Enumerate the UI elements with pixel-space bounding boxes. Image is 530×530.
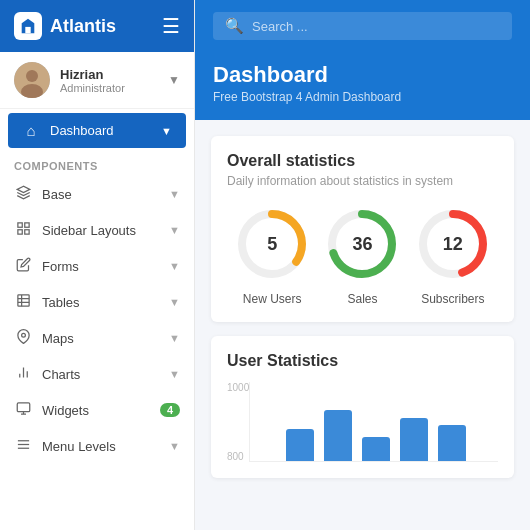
edit-icon [14, 257, 32, 275]
svg-rect-6 [24, 223, 28, 227]
main-content: 🔍 Dashboard Free Bootstrap 4 Admin Dashb… [195, 0, 530, 530]
svg-marker-4 [17, 186, 30, 192]
search-input[interactable] [252, 19, 500, 34]
nav-item-charts[interactable]: Charts ▼ [0, 356, 194, 392]
svg-rect-0 [25, 27, 30, 33]
brand-name: Atlantis [50, 16, 116, 37]
stat-value-subscribers: 12 [443, 234, 463, 255]
user-stats-card: User Statistics 1000 800 [211, 336, 514, 478]
nav-chevron-base: ▼ [169, 188, 180, 200]
nav-label-charts: Charts [42, 367, 159, 382]
grid-icon [14, 221, 32, 239]
stat-label-subscribers: Subscribers [421, 292, 484, 306]
nav-item-dashboard[interactable]: ⌂ Dashboard ▼ [8, 113, 186, 148]
content-area: Overall statistics Daily information abo… [195, 120, 530, 530]
nav-label-dashboard: Dashboard [50, 123, 151, 138]
nav-label-base: Base [42, 187, 159, 202]
bar-chart-icon [14, 365, 32, 383]
menu-icon [14, 437, 32, 455]
search-icon: 🔍 [225, 17, 244, 35]
nav-item-maps[interactable]: Maps ▼ [0, 320, 194, 356]
nav-chevron-menu-levels: ▼ [169, 440, 180, 452]
nav-label-forms: Forms [42, 259, 159, 274]
overall-stats-card: Overall statistics Daily information abo… [211, 136, 514, 322]
nav-item-tables[interactable]: Tables ▼ [0, 284, 194, 320]
nav-item-menu-levels[interactable]: Menu Levels ▼ [0, 428, 194, 464]
nav-label-widgets: Widgets [42, 403, 150, 418]
components-section-label: COMPONENTS [0, 152, 194, 176]
stat-label-new-users: New Users [243, 292, 302, 306]
bar-1 [286, 429, 314, 461]
nav-chevron-sidebar-layouts: ▼ [169, 224, 180, 236]
stats-row: 5 New Users 36 Sales [227, 204, 498, 306]
svg-rect-5 [17, 223, 21, 227]
avatar [14, 62, 50, 98]
donut-new-users: 5 [232, 204, 312, 284]
y-label-1000: 1000 [227, 382, 249, 393]
nav-item-forms[interactable]: Forms ▼ [0, 248, 194, 284]
nav-chevron-maps: ▼ [169, 332, 180, 344]
nav-item-sidebar-layouts[interactable]: Sidebar Layouts ▼ [0, 212, 194, 248]
svg-rect-7 [17, 230, 21, 234]
home-icon: ⌂ [22, 122, 40, 139]
bar-2 [324, 410, 352, 461]
sidebar-brand: Atlantis [14, 12, 116, 40]
nav-item-inner-dashboard: ⌂ Dashboard ▼ [8, 113, 186, 148]
stat-label-sales: Sales [347, 292, 377, 306]
layers-icon [14, 185, 32, 203]
svg-rect-9 [17, 295, 28, 306]
user-section[interactable]: Hizrian Administrator ▼ [0, 52, 194, 109]
bar-4 [400, 418, 428, 461]
stat-value-new-users: 5 [267, 234, 277, 255]
donut-subscribers: 12 [413, 204, 493, 284]
bar-3 [362, 437, 390, 461]
svg-rect-17 [17, 403, 30, 412]
sidebar-header: Atlantis ☰ [0, 0, 194, 52]
nav-chevron-tables: ▼ [169, 296, 180, 308]
table-icon [14, 293, 32, 311]
nav-label-sidebar-layouts: Sidebar Layouts [42, 223, 159, 238]
y-label-800: 800 [227, 451, 249, 462]
user-name: Hizrian [60, 67, 158, 82]
bar-5 [438, 425, 466, 461]
nav-chevron-charts: ▼ [169, 368, 180, 380]
stat-value-sales: 36 [352, 234, 372, 255]
page-subtitle: Free Bootstrap 4 Admin Dashboard [213, 90, 512, 104]
brand-icon [14, 12, 42, 40]
user-role: Administrator [60, 82, 158, 94]
sidebar: Atlantis ☰ Hizrian Administrator ▼ ⌂ Das… [0, 0, 195, 530]
svg-rect-8 [24, 230, 28, 234]
user-chevron-icon: ▼ [168, 73, 180, 87]
monitor-icon [14, 401, 32, 419]
svg-point-13 [21, 333, 25, 337]
widgets-badge: 4 [160, 403, 180, 417]
page-header: Dashboard Free Bootstrap 4 Admin Dashboa… [195, 52, 530, 120]
hamburger-icon[interactable]: ☰ [162, 16, 180, 36]
nav-label-tables: Tables [42, 295, 159, 310]
user-info: Hizrian Administrator [60, 67, 158, 94]
page-title: Dashboard [213, 62, 512, 88]
stat-new-users: 5 New Users [232, 204, 312, 306]
user-stats-title: User Statistics [227, 352, 498, 370]
nav-chevron-dashboard: ▼ [161, 125, 172, 137]
overall-stats-title: Overall statistics [227, 152, 498, 170]
map-icon [14, 329, 32, 347]
stat-subscribers: 12 Subscribers [413, 204, 493, 306]
overall-stats-subtitle: Daily information about statistics in sy… [227, 174, 498, 188]
nav-item-base[interactable]: Base ▼ [0, 176, 194, 212]
svg-point-2 [26, 70, 38, 82]
stat-sales: 36 Sales [322, 204, 402, 306]
nav-item-widgets[interactable]: Widgets 4 [0, 392, 194, 428]
chart-area [249, 382, 498, 462]
donut-sales: 36 [322, 204, 402, 284]
chart-y-axis: 1000 800 [227, 382, 249, 462]
topbar: 🔍 [195, 0, 530, 52]
nav-label-menu-levels: Menu Levels [42, 439, 159, 454]
search-box[interactable]: 🔍 [213, 12, 512, 40]
nav-chevron-forms: ▼ [169, 260, 180, 272]
nav-label-maps: Maps [42, 331, 159, 346]
